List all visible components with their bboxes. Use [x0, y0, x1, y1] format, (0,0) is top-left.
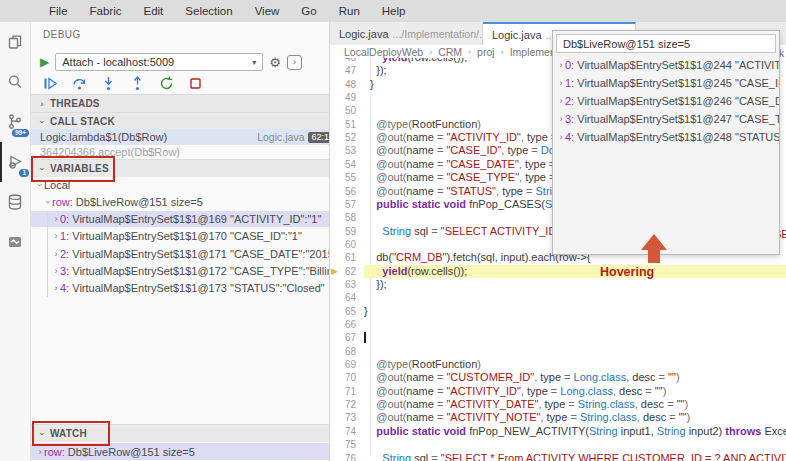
debug-config-select[interactable]: Attach - localhost:5009 ▾: [55, 53, 263, 71]
tooltip-variable-item[interactable]: ›1: VirtualMap$EntrySet$1$1@245 "CASE_ID…: [553, 74, 779, 92]
line-number[interactable]: 72: [330, 398, 364, 411]
breadcrumb-item[interactable]: CRM: [438, 46, 462, 58]
frame-file-label: Logic.java: [257, 131, 304, 143]
source-control-icon[interactable]: 99+: [0, 102, 30, 142]
line-number[interactable]: 70: [330, 371, 364, 384]
threads-section-header[interactable]: › THREADS: [30, 94, 330, 112]
line-number[interactable]: 66: [330, 318, 364, 331]
variables-scope-local[interactable]: › Local: [30, 177, 330, 193]
line-number[interactable]: 76: [330, 452, 364, 461]
line-number[interactable]: 61: [330, 251, 364, 264]
line-number[interactable]: 52: [330, 131, 364, 144]
menu-item-file[interactable]: File: [40, 3, 77, 19]
code-line-66[interactable]: 66: [330, 318, 786, 331]
line-number[interactable]: 63: [330, 278, 364, 291]
variable-item[interactable]: ›1: VirtualMap$EntrySet$1$1@170 "CASE_ID…: [30, 228, 330, 244]
code-line-68[interactable]: 68: [330, 345, 786, 358]
tooltip-variable-item[interactable]: ›4: VirtualMap$EntrySet$1$1@248 "STATUS"…: [553, 128, 779, 146]
code-line-72[interactable]: 72 @out(name = "ACTIVITY_DATE", type = S…: [330, 398, 786, 411]
code-line-63[interactable]: 63 });: [330, 278, 786, 291]
gear-icon[interactable]: ⚙: [269, 56, 281, 69]
step-out-icon[interactable]: [130, 76, 145, 91]
debug-sidebar: DEBUG ▶ Attach - localhost:5009 ▾ ⚙ › › …: [30, 22, 330, 461]
variables-row-node[interactable]: › row: Db$LiveRow@151 size=5: [30, 194, 330, 210]
restart-icon[interactable]: [159, 76, 174, 91]
database-icon[interactable]: [0, 182, 30, 222]
variable-item[interactable]: ›0: VirtualMap$EntrySet$1$1@169 "ACTIVIT…: [30, 211, 330, 227]
line-number[interactable]: 60: [330, 238, 364, 251]
menu-item-fabric[interactable]: Fabric: [81, 3, 131, 19]
step-into-icon[interactable]: [101, 76, 116, 91]
start-debug-button[interactable]: ▶: [40, 56, 49, 68]
line-number[interactable]: 57: [330, 198, 364, 211]
menu-bar: FileFabricEditSelectionViewGoRunHelp: [0, 0, 786, 22]
breadcrumb-item[interactable]: LocalDeployWeb: [344, 46, 423, 58]
watch-row[interactable]: › row: Db$LiveRow@151 size=5: [30, 443, 330, 460]
callstack-frame[interactable]: 364204366.accept(Db$Row): [30, 144, 330, 160]
variable-item[interactable]: ›2: VirtualMap$EntrySet$1$1@171 "CASE_DA…: [30, 246, 330, 262]
continue-icon[interactable]: [43, 76, 58, 91]
code-line-70[interactable]: 70 @out(name = "CUSTOMER_ID", type = Lon…: [330, 371, 786, 384]
line-number[interactable]: 74: [330, 425, 364, 438]
watch-section-header[interactable]: › WATCH: [30, 424, 330, 442]
code-line-74[interactable]: 74 public static void fnPop_NEW_ACTIVITY…: [330, 425, 786, 438]
code-line-71[interactable]: 71 @out(name = "ACTIVITY_ID", type = Lon…: [330, 385, 786, 398]
menu-item-help[interactable]: Help: [373, 3, 415, 19]
tree-indent-guide: [47, 211, 48, 297]
line-number[interactable]: 71: [330, 385, 364, 398]
code-line-67[interactable]: 67: [330, 331, 786, 344]
line-number[interactable]: 75: [330, 438, 364, 451]
code-line-64[interactable]: 64: [330, 291, 786, 304]
line-number[interactable]: 49: [330, 91, 364, 104]
line-number[interactable]: 73: [330, 411, 364, 424]
tooltip-variable-item[interactable]: ›0: VirtualMap$EntrySet$1$1@244 "ACTIVIT…: [553, 56, 779, 74]
line-number[interactable]: 51: [330, 118, 364, 131]
editor-tab-1[interactable]: Logic.java.../Implementation/...: [330, 22, 483, 45]
menu-item-selection[interactable]: Selection: [176, 3, 241, 19]
breadcrumb-separator: ›: [429, 47, 432, 57]
menu-item-edit[interactable]: Edit: [134, 3, 172, 19]
breadcrumb-item[interactable]: proj: [477, 46, 495, 58]
callstack-section-header[interactable]: › CALL STACK: [30, 112, 330, 130]
extension-icon[interactable]: [0, 222, 30, 262]
code-line-76[interactable]: 76 String sql = "SELECT * From ACTIVITY …: [330, 452, 786, 461]
variable-item[interactable]: ›3: VirtualMap$EntrySet$1$1@172 "CASE_TY…: [30, 263, 330, 279]
code-line-69[interactable]: 69 @type(RootFunction): [330, 358, 786, 371]
debug-icon[interactable]: 1: [0, 142, 30, 182]
menu-item-view[interactable]: View: [246, 3, 289, 19]
debug-config-value: Attach - localhost:5009: [62, 56, 174, 68]
line-number[interactable]: 65: [330, 305, 364, 318]
search-icon[interactable]: [0, 62, 30, 102]
text-cursor: [364, 332, 366, 343]
line-number[interactable]: 53: [330, 144, 364, 157]
step-over-icon[interactable]: [72, 76, 87, 91]
line-number[interactable]: 54: [330, 158, 364, 171]
line-number[interactable]: 47: [330, 64, 364, 77]
code-line-65[interactable]: 65}: [330, 305, 786, 318]
variables-section-header[interactable]: › VARIABLES: [30, 159, 330, 177]
tooltip-variable-item[interactable]: ›2: VirtualMap$EntrySet$1$1@246 "CASE_DA…: [553, 92, 779, 110]
menu-item-run[interactable]: Run: [330, 3, 369, 19]
line-number[interactable]: 69: [330, 358, 364, 371]
line-number[interactable]: 55: [330, 171, 364, 184]
variable-item[interactable]: ›4: VirtualMap$EntrySet$1$1@173 "STATUS"…: [30, 280, 330, 296]
line-number[interactable]: 58: [330, 211, 364, 224]
line-number[interactable]: 64: [330, 291, 364, 304]
code-text: public static void fnPop_NEW_ACTIVITY(St…: [364, 425, 786, 438]
menu-item-go[interactable]: Go: [292, 3, 325, 19]
callstack-frame[interactable]: Logic.lambda$1(Db$Row)Logic.java62:1: [30, 129, 330, 145]
line-number[interactable]: 68: [330, 345, 364, 358]
line-number[interactable]: 48: [330, 78, 364, 91]
line-number[interactable]: 59: [330, 225, 364, 238]
explorer-icon[interactable]: [0, 22, 30, 62]
chevron-right-icon: ›: [557, 60, 565, 70]
code-line-73[interactable]: 73 @out(name = "ACTIVITY_NOTE", type = S…: [330, 411, 786, 424]
open-panel-icon[interactable]: ›: [287, 55, 302, 70]
line-number[interactable]: 67: [330, 331, 364, 344]
code-line-62[interactable]: 62 yield(row.cells());: [330, 265, 786, 278]
tooltip-variable-item[interactable]: ›3: VirtualMap$EntrySet$1$1@247 "CASE_TY…: [553, 110, 779, 128]
line-number[interactable]: 56: [330, 185, 364, 198]
code-line-75[interactable]: 75: [330, 438, 786, 451]
line-number[interactable]: 50: [330, 104, 364, 117]
stop-icon[interactable]: [188, 76, 203, 91]
